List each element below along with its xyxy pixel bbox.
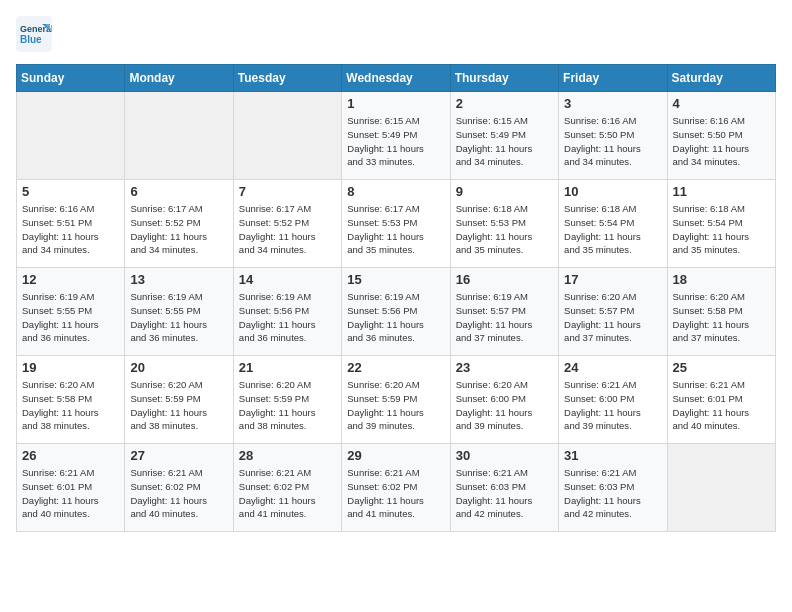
day-info: Sunrise: 6:16 AM Sunset: 5:51 PM Dayligh… — [22, 202, 119, 257]
day-info: Sunrise: 6:20 AM Sunset: 5:58 PM Dayligh… — [673, 290, 770, 345]
day-number: 11 — [673, 184, 770, 199]
day-info: Sunrise: 6:20 AM Sunset: 5:59 PM Dayligh… — [130, 378, 227, 433]
calendar-cell: 13Sunrise: 6:19 AM Sunset: 5:55 PM Dayli… — [125, 268, 233, 356]
day-number: 23 — [456, 360, 553, 375]
calendar-body: 1Sunrise: 6:15 AM Sunset: 5:49 PM Daylig… — [17, 92, 776, 532]
day-number: 4 — [673, 96, 770, 111]
calendar-week-row: 26Sunrise: 6:21 AM Sunset: 6:01 PM Dayli… — [17, 444, 776, 532]
calendar-cell — [125, 92, 233, 180]
day-info: Sunrise: 6:18 AM Sunset: 5:54 PM Dayligh… — [564, 202, 661, 257]
day-info: Sunrise: 6:19 AM Sunset: 5:56 PM Dayligh… — [239, 290, 336, 345]
day-info: Sunrise: 6:15 AM Sunset: 5:49 PM Dayligh… — [456, 114, 553, 169]
day-number: 22 — [347, 360, 444, 375]
weekday-header: Friday — [559, 65, 667, 92]
day-number: 5 — [22, 184, 119, 199]
day-number: 19 — [22, 360, 119, 375]
day-info: Sunrise: 6:21 AM Sunset: 6:02 PM Dayligh… — [347, 466, 444, 521]
calendar-cell: 29Sunrise: 6:21 AM Sunset: 6:02 PM Dayli… — [342, 444, 450, 532]
calendar-cell: 15Sunrise: 6:19 AM Sunset: 5:56 PM Dayli… — [342, 268, 450, 356]
calendar-cell: 18Sunrise: 6:20 AM Sunset: 5:58 PM Dayli… — [667, 268, 775, 356]
calendar-cell: 7Sunrise: 6:17 AM Sunset: 5:52 PM Daylig… — [233, 180, 341, 268]
calendar-cell: 14Sunrise: 6:19 AM Sunset: 5:56 PM Dayli… — [233, 268, 341, 356]
day-info: Sunrise: 6:18 AM Sunset: 5:53 PM Dayligh… — [456, 202, 553, 257]
calendar-cell: 2Sunrise: 6:15 AM Sunset: 5:49 PM Daylig… — [450, 92, 558, 180]
day-number: 29 — [347, 448, 444, 463]
day-number: 14 — [239, 272, 336, 287]
calendar-cell: 19Sunrise: 6:20 AM Sunset: 5:58 PM Dayli… — [17, 356, 125, 444]
calendar-table: SundayMondayTuesdayWednesdayThursdayFrid… — [16, 64, 776, 532]
day-info: Sunrise: 6:20 AM Sunset: 5:58 PM Dayligh… — [22, 378, 119, 433]
day-info: Sunrise: 6:21 AM Sunset: 6:01 PM Dayligh… — [22, 466, 119, 521]
calendar-cell: 5Sunrise: 6:16 AM Sunset: 5:51 PM Daylig… — [17, 180, 125, 268]
day-number: 26 — [22, 448, 119, 463]
day-number: 31 — [564, 448, 661, 463]
calendar-cell: 8Sunrise: 6:17 AM Sunset: 5:53 PM Daylig… — [342, 180, 450, 268]
weekday-header: Saturday — [667, 65, 775, 92]
page-header: General Blue — [16, 16, 776, 52]
day-info: Sunrise: 6:16 AM Sunset: 5:50 PM Dayligh… — [564, 114, 661, 169]
weekday-header: Sunday — [17, 65, 125, 92]
day-info: Sunrise: 6:20 AM Sunset: 5:59 PM Dayligh… — [347, 378, 444, 433]
day-info: Sunrise: 6:20 AM Sunset: 5:57 PM Dayligh… — [564, 290, 661, 345]
day-info: Sunrise: 6:19 AM Sunset: 5:57 PM Dayligh… — [456, 290, 553, 345]
day-number: 17 — [564, 272, 661, 287]
calendar-cell: 20Sunrise: 6:20 AM Sunset: 5:59 PM Dayli… — [125, 356, 233, 444]
calendar-cell: 1Sunrise: 6:15 AM Sunset: 5:49 PM Daylig… — [342, 92, 450, 180]
day-info: Sunrise: 6:21 AM Sunset: 6:03 PM Dayligh… — [456, 466, 553, 521]
day-number: 9 — [456, 184, 553, 199]
calendar-cell: 21Sunrise: 6:20 AM Sunset: 5:59 PM Dayli… — [233, 356, 341, 444]
day-number: 28 — [239, 448, 336, 463]
day-info: Sunrise: 6:17 AM Sunset: 5:53 PM Dayligh… — [347, 202, 444, 257]
calendar-cell: 30Sunrise: 6:21 AM Sunset: 6:03 PM Dayli… — [450, 444, 558, 532]
day-info: Sunrise: 6:19 AM Sunset: 5:55 PM Dayligh… — [130, 290, 227, 345]
logo: General Blue — [16, 16, 56, 52]
calendar-cell: 31Sunrise: 6:21 AM Sunset: 6:03 PM Dayli… — [559, 444, 667, 532]
calendar-cell: 23Sunrise: 6:20 AM Sunset: 6:00 PM Dayli… — [450, 356, 558, 444]
day-number: 16 — [456, 272, 553, 287]
day-info: Sunrise: 6:21 AM Sunset: 6:00 PM Dayligh… — [564, 378, 661, 433]
calendar-cell: 3Sunrise: 6:16 AM Sunset: 5:50 PM Daylig… — [559, 92, 667, 180]
calendar-cell — [667, 444, 775, 532]
calendar-cell: 9Sunrise: 6:18 AM Sunset: 5:53 PM Daylig… — [450, 180, 558, 268]
calendar-cell: 11Sunrise: 6:18 AM Sunset: 5:54 PM Dayli… — [667, 180, 775, 268]
day-info: Sunrise: 6:21 AM Sunset: 6:02 PM Dayligh… — [239, 466, 336, 521]
day-number: 13 — [130, 272, 227, 287]
calendar-cell: 6Sunrise: 6:17 AM Sunset: 5:52 PM Daylig… — [125, 180, 233, 268]
day-info: Sunrise: 6:21 AM Sunset: 6:03 PM Dayligh… — [564, 466, 661, 521]
calendar-cell: 17Sunrise: 6:20 AM Sunset: 5:57 PM Dayli… — [559, 268, 667, 356]
calendar-cell: 25Sunrise: 6:21 AM Sunset: 6:01 PM Dayli… — [667, 356, 775, 444]
day-info: Sunrise: 6:21 AM Sunset: 6:01 PM Dayligh… — [673, 378, 770, 433]
weekday-header: Monday — [125, 65, 233, 92]
day-number: 6 — [130, 184, 227, 199]
calendar-cell: 22Sunrise: 6:20 AM Sunset: 5:59 PM Dayli… — [342, 356, 450, 444]
day-number: 30 — [456, 448, 553, 463]
day-number: 10 — [564, 184, 661, 199]
day-number: 8 — [347, 184, 444, 199]
weekday-header: Wednesday — [342, 65, 450, 92]
calendar-cell: 4Sunrise: 6:16 AM Sunset: 5:50 PM Daylig… — [667, 92, 775, 180]
day-number: 18 — [673, 272, 770, 287]
calendar-cell: 16Sunrise: 6:19 AM Sunset: 5:57 PM Dayli… — [450, 268, 558, 356]
calendar-cell: 10Sunrise: 6:18 AM Sunset: 5:54 PM Dayli… — [559, 180, 667, 268]
weekday-header: Thursday — [450, 65, 558, 92]
day-number: 15 — [347, 272, 444, 287]
day-number: 24 — [564, 360, 661, 375]
day-number: 7 — [239, 184, 336, 199]
day-number: 12 — [22, 272, 119, 287]
day-info: Sunrise: 6:19 AM Sunset: 5:56 PM Dayligh… — [347, 290, 444, 345]
calendar-cell: 26Sunrise: 6:21 AM Sunset: 6:01 PM Dayli… — [17, 444, 125, 532]
day-info: Sunrise: 6:18 AM Sunset: 5:54 PM Dayligh… — [673, 202, 770, 257]
svg-text:Blue: Blue — [20, 34, 42, 45]
day-info: Sunrise: 6:20 AM Sunset: 6:00 PM Dayligh… — [456, 378, 553, 433]
calendar-cell: 24Sunrise: 6:21 AM Sunset: 6:00 PM Dayli… — [559, 356, 667, 444]
calendar-week-row: 19Sunrise: 6:20 AM Sunset: 5:58 PM Dayli… — [17, 356, 776, 444]
day-number: 27 — [130, 448, 227, 463]
day-info: Sunrise: 6:17 AM Sunset: 5:52 PM Dayligh… — [130, 202, 227, 257]
calendar-cell: 27Sunrise: 6:21 AM Sunset: 6:02 PM Dayli… — [125, 444, 233, 532]
calendar-cell: 12Sunrise: 6:19 AM Sunset: 5:55 PM Dayli… — [17, 268, 125, 356]
day-number: 1 — [347, 96, 444, 111]
calendar-header: SundayMondayTuesdayWednesdayThursdayFrid… — [17, 65, 776, 92]
calendar-cell — [233, 92, 341, 180]
day-number: 25 — [673, 360, 770, 375]
day-number: 2 — [456, 96, 553, 111]
